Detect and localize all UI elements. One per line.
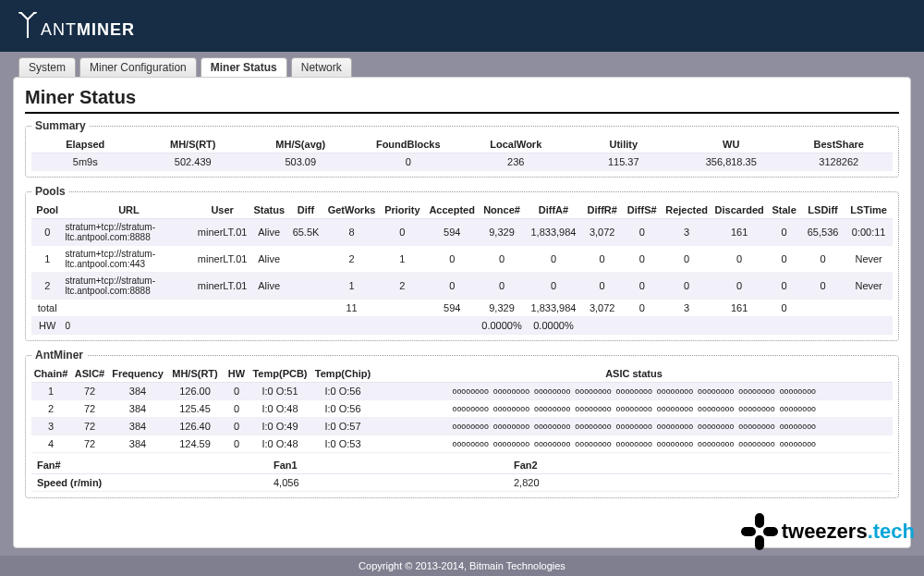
pools-table: PoolURLUserStatusDiffGetWorksPriorityAcc… [31, 202, 893, 335]
tab-network[interactable]: Network [291, 57, 352, 77]
page-title: Miner Status [25, 87, 899, 114]
pools-cell: Never [845, 273, 893, 300]
pools-cell: 1,833,984 [525, 300, 582, 317]
td-mhs-avg: 503.09 [247, 153, 355, 171]
antminer-cell: 72 [70, 383, 109, 400]
pools-cell: 1 [31, 246, 63, 273]
th-mhs-rt: MH/S(RT) [140, 136, 248, 153]
antminer-cell: I:0 O:57 [310, 418, 375, 435]
pools-cell: 0 [622, 300, 662, 317]
td-fan-label: Speed (r/min) [31, 474, 272, 492]
pools-cell: 1 [380, 246, 426, 273]
antminer-cell: I:0 O:48 [249, 400, 310, 418]
svg-rect-8 [763, 527, 778, 536]
antminer-cell: I:0 O:48 [249, 435, 310, 453]
pools-cell: Never [845, 246, 893, 273]
asic-status-cell: oooooooo oooooooo oooooooo oooooooo oooo… [375, 435, 893, 453]
pools-cell [288, 300, 324, 317]
pools-cell: 3,072 [582, 219, 622, 246]
pools-cell: 0 [767, 246, 801, 273]
pools-cell: 0 [622, 246, 662, 273]
antminer-cell: 1 [31, 383, 70, 400]
pools-cell: 0 [767, 219, 801, 246]
antminer-cell: I:0 O:51 [249, 383, 310, 400]
summary-table: Elapsed MH/S(RT) MH/S(avg) FoundBlocks L… [31, 136, 893, 171]
pools-cell: 594 [425, 300, 479, 317]
antminer-cell: 3 [31, 418, 70, 435]
svg-rect-5 [755, 513, 764, 528]
antminer-cell: 126.40 [166, 418, 224, 435]
pools-cell [194, 300, 249, 317]
brand-logo: ANTMINER [17, 12, 135, 40]
th-bestshare: BestShare [785, 136, 894, 153]
summary-legend: Summary [31, 119, 90, 132]
antminer-cell: 0 [224, 383, 249, 400]
antminer-cell: 72 [70, 418, 109, 435]
fan-table: Fan# Fan1 Fan2 Speed (r/min) 4,056 2,820 [31, 457, 893, 492]
antenna-icon [17, 12, 39, 40]
th-localwork: LocalWork [462, 136, 570, 153]
pools-cell: 9,329 [479, 219, 525, 246]
antminer-cell: 384 [109, 400, 166, 418]
td-fan1: 4,056 [272, 474, 512, 492]
tab-miner-configuration[interactable]: Miner Configuration [79, 57, 197, 77]
asic-status-cell: oooooooo oooooooo oooooooo oooooooo oooo… [375, 418, 893, 435]
pools-th-8: Nonce# [479, 202, 525, 219]
pools-cell: 0 [662, 273, 711, 300]
brand-bold: MINER [77, 20, 135, 39]
pools-cell: 3 [662, 219, 711, 246]
pools-cell: 0 [525, 273, 582, 300]
pools-th-10: DiffR# [582, 202, 622, 219]
antminer-cell: 125.45 [166, 400, 224, 418]
pools-cell: 161 [711, 219, 767, 246]
antminer-th-3: MH/S(RT) [166, 365, 224, 383]
pools-cell: Alive [250, 273, 288, 300]
th-foundblocks: FoundBlocks [355, 136, 463, 153]
pools-th-13: Discarded [711, 202, 767, 219]
tab-system[interactable]: System [18, 57, 76, 77]
antminer-cell: 72 [70, 435, 109, 453]
antminer-cell: 4 [31, 435, 70, 453]
pools-cell [288, 273, 324, 300]
pools-row: 0stratum+tcp://stratum-ltc.antpool.com:8… [31, 219, 893, 246]
pools-cell: 0 [582, 246, 622, 273]
watermark-b: .tech [868, 520, 915, 544]
brand-thin: ANT [41, 20, 77, 39]
footer: Copyright © 2013-2014, Bitmain Technolog… [0, 556, 924, 576]
antminer-cell: 384 [109, 435, 166, 453]
pools-th-3: Status [250, 202, 288, 219]
pools-cell: minerLT.01 [194, 273, 249, 300]
pools-th-12: Rejected [662, 202, 711, 219]
antminer-cell: 2 [31, 400, 70, 418]
pools-cell [250, 317, 288, 335]
pools-cell [582, 317, 622, 335]
antminer-table: Chain#ASIC#FrequencyMH/S(RT)HWTemp(PCB)T… [31, 365, 893, 453]
tab-miner-status[interactable]: Miner Status [201, 57, 287, 77]
pools-cell: minerLT.01 [194, 246, 249, 273]
pools-cell: 0 [767, 300, 801, 317]
watermark: tweezers.tech [739, 511, 915, 552]
pools-cell: stratum+tcp://stratum-ltc.antpool.com:88… [63, 273, 194, 300]
pools-cell: 0 [425, 273, 479, 300]
pools-cell: 2 [323, 246, 379, 273]
watermark-a: tweezers [782, 520, 868, 544]
pools-th-2: User [194, 202, 249, 219]
summary-section: Summary Elapsed MH/S(RT) MH/S(avg) Found… [25, 119, 899, 178]
antminer-cell: 0 [224, 418, 249, 435]
pools-th-0: Pool [31, 202, 63, 219]
th-fan1: Fan1 [272, 457, 512, 474]
tweezers-icon [739, 511, 780, 552]
antminer-cell: 72 [70, 400, 109, 418]
pools-cell: 161 [711, 300, 767, 317]
antminer-row: 272384125.450I:0 O:48I:0 O:56oooooooo oo… [31, 400, 893, 418]
pools-cell: 65.5K [288, 219, 324, 246]
td-elapsed: 5m9s [31, 153, 140, 171]
pools-cell [380, 300, 426, 317]
pools-cell: 0 [380, 219, 426, 246]
pools-cell: 1,833,984 [525, 219, 582, 246]
pools-cell: minerLT.01 [194, 219, 249, 246]
antminer-row: 472384124.590I:0 O:48I:0 O:53oooooooo oo… [31, 435, 893, 453]
td-wu: 356,818.35 [677, 153, 785, 171]
th-fan-num: Fan# [31, 457, 272, 474]
pools-cell: 0 [711, 273, 767, 300]
